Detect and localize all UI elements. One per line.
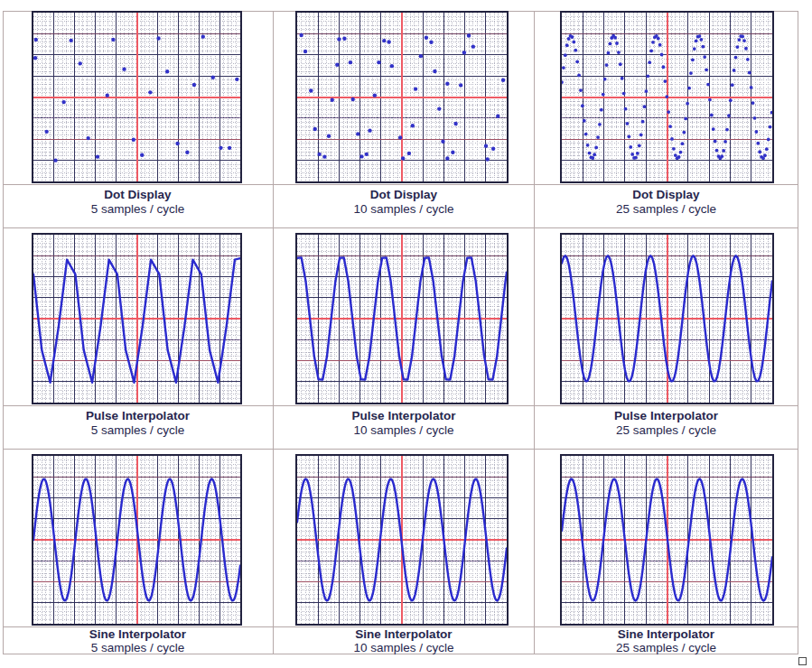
oscilloscope-screen: [32, 454, 242, 626]
figure-root: Dot Display 5 samples / cycle Dot Displa…: [0, 0, 812, 668]
table-border: [273, 11, 274, 654]
panel-subtitle: 25 samples / cycle: [535, 641, 798, 654]
panel-title: Sine Interpolator: [274, 627, 534, 641]
oscilloscope-screen: [32, 11, 242, 183]
oscilloscope-screen: [295, 233, 509, 404]
oscilloscope-screen: [295, 11, 509, 183]
panel-title: Sine Interpolator: [535, 627, 798, 641]
panel-label: Dot Display 10 samples / cycle: [274, 188, 534, 216]
panel-subtitle: 10 samples / cycle: [274, 202, 534, 216]
panel-label: Pulse Interpolator 25 samples / cycle: [535, 409, 798, 437]
table-border: [3, 405, 798, 406]
panel-subtitle: 25 samples / cycle: [535, 202, 798, 216]
table-border: [3, 449, 798, 450]
resize-handle[interactable]: [798, 657, 807, 665]
oscilloscope-screen: [560, 11, 774, 183]
panel-label: Dot Display 5 samples / cycle: [4, 188, 272, 216]
panel-label: Sine Interpolator 10 samples / cycle: [274, 627, 534, 654]
panel-label: Sine Interpolator 5 samples / cycle: [4, 627, 272, 654]
panel-title: Sine Interpolator: [4, 627, 272, 641]
panel-subtitle: 5 samples / cycle: [4, 641, 272, 654]
oscilloscope-screen: [295, 454, 509, 626]
oscilloscope-screen: [560, 454, 774, 626]
panel-subtitle: 25 samples / cycle: [535, 423, 798, 437]
table-border: [3, 184, 798, 185]
panel-title: Dot Display: [4, 188, 272, 202]
panel-subtitle: 10 samples / cycle: [274, 641, 534, 654]
panel-subtitle: 5 samples / cycle: [4, 423, 272, 437]
panel-subtitle: 5 samples / cycle: [4, 202, 272, 216]
panel-title: Pulse Interpolator: [535, 409, 798, 423]
panel-label: Dot Display 25 samples / cycle: [535, 188, 798, 216]
panel-label: Pulse Interpolator 10 samples / cycle: [274, 409, 534, 437]
panel-title: Pulse Interpolator: [4, 409, 272, 423]
table-border: [3, 227, 798, 228]
panel-title: Dot Display: [535, 188, 798, 202]
oscilloscope-screen: [32, 233, 242, 404]
panel-label: Sine Interpolator 25 samples / cycle: [535, 627, 798, 654]
table-border: [534, 11, 535, 654]
panel-label: Pulse Interpolator 5 samples / cycle: [4, 409, 272, 437]
panel-subtitle: 10 samples / cycle: [274, 423, 534, 437]
oscilloscope-screen: [560, 233, 774, 404]
panel-title: Dot Display: [274, 188, 534, 202]
panel-title: Pulse Interpolator: [274, 409, 534, 423]
